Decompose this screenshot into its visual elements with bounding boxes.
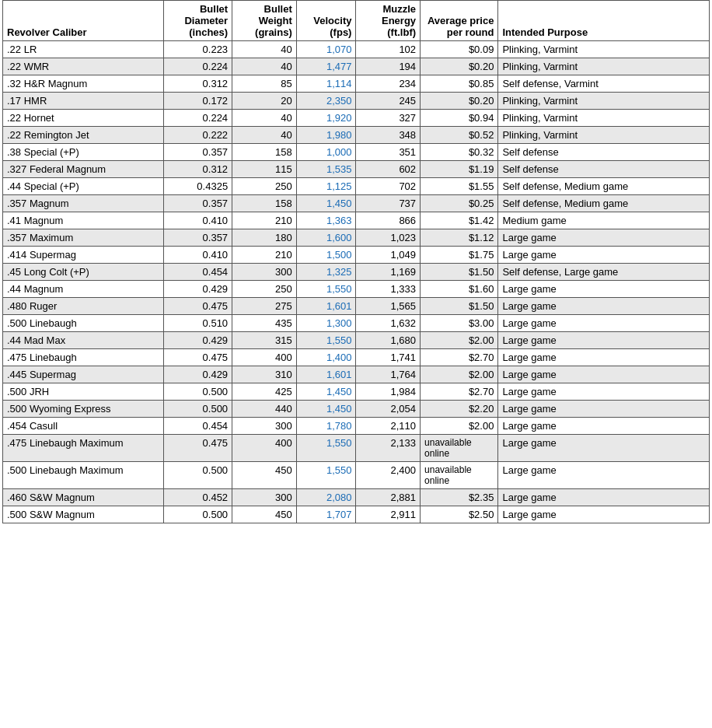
cell-energy: 348 — [356, 127, 421, 144]
cell-energy: 2,400 — [356, 462, 421, 489]
cell-energy: 737 — [356, 195, 421, 212]
cell-caliber: .500 Wyoming Express — [3, 401, 164, 418]
cell-energy: 351 — [356, 144, 421, 161]
cell-price: $1.42 — [421, 212, 498, 229]
cell-weight: 115 — [232, 161, 297, 178]
header-caliber: Revolver Caliber — [3, 1, 164, 41]
cell-energy: 327 — [356, 110, 421, 127]
cell-caliber: .475 Linebaugh Maximum — [3, 435, 164, 462]
cell-weight: 210 — [232, 212, 297, 229]
cell-price: $2.00 — [421, 332, 498, 349]
cell-price: $3.00 — [421, 315, 498, 332]
cell-caliber: .500 S&W Magnum — [3, 506, 164, 523]
cell-purpose: Large game — [498, 247, 710, 264]
cell-purpose: Medium game — [498, 212, 710, 229]
table-row: .500 S&W Magnum0.5004501,7072,911$2.50La… — [3, 506, 710, 523]
cell-energy: 1,764 — [356, 366, 421, 383]
cell-velocity: 2,350 — [296, 93, 356, 110]
cell-price: $2.00 — [421, 418, 498, 435]
cell-weight: 158 — [232, 144, 297, 161]
header-price: Average price per round — [421, 1, 498, 41]
cell-weight: 40 — [232, 41, 297, 58]
cell-energy: 2,054 — [356, 401, 421, 418]
table-row: .460 S&W Magnum0.4523002,0802,881$2.35La… — [3, 489, 710, 506]
cell-energy: 234 — [356, 75, 421, 93]
cell-velocity: 1,535 — [296, 161, 356, 178]
cell-diameter: 0.172 — [163, 93, 232, 110]
cell-velocity: 1,450 — [296, 195, 356, 212]
cell-diameter: 0.475 — [163, 349, 232, 366]
cell-caliber: .44 Magnum — [3, 281, 164, 298]
cell-caliber: .357 Magnum — [3, 195, 164, 212]
cell-diameter: 0.312 — [163, 161, 232, 178]
cell-caliber: .500 Linebaugh Maximum — [3, 462, 164, 489]
cell-purpose: Large game — [498, 401, 710, 418]
cell-weight: 300 — [232, 418, 297, 435]
cell-caliber: .22 Remington Jet — [3, 127, 164, 144]
cell-weight: 210 — [232, 247, 297, 264]
cell-caliber: .22 Hornet — [3, 110, 164, 127]
cell-purpose: Self defense, Medium game — [498, 178, 710, 195]
cell-velocity: 1,450 — [296, 383, 356, 401]
cell-price: $0.32 — [421, 144, 498, 161]
cell-price: $0.94 — [421, 110, 498, 127]
cell-velocity: 1,550 — [296, 435, 356, 462]
cell-caliber: .22 WMR — [3, 58, 164, 75]
cell-diameter: 0.475 — [163, 298, 232, 315]
cell-price: unavailable online — [421, 435, 498, 462]
cell-energy: 1,741 — [356, 349, 421, 366]
cell-purpose: Large game — [498, 366, 710, 383]
table-row: .44 Mad Max0.4293151,5501,680$2.00Large … — [3, 332, 710, 349]
table-row: .500 Wyoming Express0.5004401,4502,054$2… — [3, 401, 710, 418]
cell-caliber: .500 JRH — [3, 383, 164, 401]
table-row: .445 Supermag0.4293101,6011,764$2.00Larg… — [3, 366, 710, 383]
cell-diameter: 0.510 — [163, 315, 232, 332]
table-row: .32 H&R Magnum0.312851,114234$0.85Self d… — [3, 75, 710, 93]
table-row: .22 Remington Jet0.222401,980348$0.52Pli… — [3, 127, 710, 144]
cell-purpose: Self defense, Medium game — [498, 195, 710, 212]
cell-diameter: 0.429 — [163, 332, 232, 349]
cell-diameter: 0.500 — [163, 401, 232, 418]
cell-weight: 20 — [232, 93, 297, 110]
cell-caliber: .357 Maximum — [3, 229, 164, 247]
cell-diameter: 0.357 — [163, 195, 232, 212]
cell-energy: 1,632 — [356, 315, 421, 332]
table-row: .22 Hornet0.224401,920327$0.94Plinking, … — [3, 110, 710, 127]
cell-purpose: Large game — [498, 383, 710, 401]
cell-weight: 300 — [232, 264, 297, 281]
cell-velocity: 1,550 — [296, 332, 356, 349]
cell-caliber: .17 HMR — [3, 93, 164, 110]
cell-diameter: 0.452 — [163, 489, 232, 506]
cell-energy: 2,110 — [356, 418, 421, 435]
cell-diameter: 0.500 — [163, 506, 232, 523]
cell-purpose: Large game — [498, 332, 710, 349]
cell-diameter: 0.475 — [163, 435, 232, 462]
table-row: .45 Long Colt (+P)0.4543001,3251,169$1.5… — [3, 264, 710, 281]
cell-velocity: 1,400 — [296, 349, 356, 366]
cell-purpose: Large game — [498, 489, 710, 506]
cell-purpose: Plinking, Varmint — [498, 58, 710, 75]
cell-price: $0.20 — [421, 58, 498, 75]
cell-price: $0.09 — [421, 41, 498, 58]
cell-purpose: Large game — [498, 298, 710, 315]
cell-velocity: 1,477 — [296, 58, 356, 75]
cell-weight: 85 — [232, 75, 297, 93]
cell-velocity: 2,080 — [296, 489, 356, 506]
table-row: .414 Supermag0.4102101,5001,049$1.75Larg… — [3, 247, 710, 264]
cell-caliber: .327 Federal Magnum — [3, 161, 164, 178]
cell-caliber: .44 Special (+P) — [3, 178, 164, 195]
cell-purpose: Large game — [498, 229, 710, 247]
cell-weight: 40 — [232, 58, 297, 75]
cell-purpose: Large game — [498, 281, 710, 298]
cell-energy: 245 — [356, 93, 421, 110]
cell-velocity: 1,707 — [296, 506, 356, 523]
cell-price: $1.19 — [421, 161, 498, 178]
cell-energy: 102 — [356, 41, 421, 58]
cell-velocity: 1,601 — [296, 298, 356, 315]
cell-purpose: Plinking, Varmint — [498, 93, 710, 110]
cell-price: $1.50 — [421, 298, 498, 315]
cell-purpose: Plinking, Varmint — [498, 41, 710, 58]
table-row: .480 Ruger0.4752751,6011,565$1.50Large g… — [3, 298, 710, 315]
cell-weight: 440 — [232, 401, 297, 418]
cell-energy: 2,911 — [356, 506, 421, 523]
